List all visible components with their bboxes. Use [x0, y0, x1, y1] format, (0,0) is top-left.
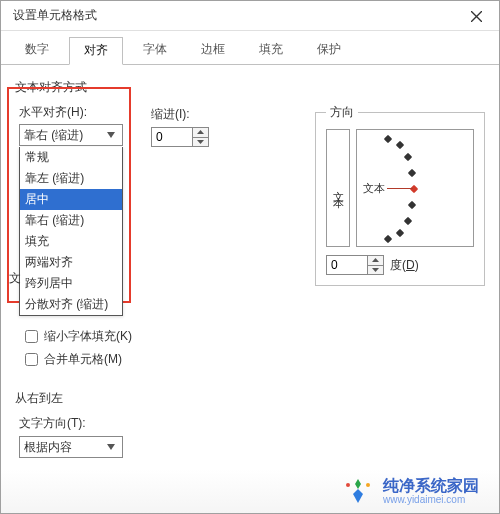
orientation-tick — [396, 229, 404, 237]
indent-spin-up[interactable] — [193, 128, 208, 138]
tab-font[interactable]: 字体 — [129, 37, 181, 64]
orientation-tick — [404, 217, 412, 225]
orientation-tick — [408, 169, 416, 177]
orientation-legend: 方向 — [326, 104, 358, 121]
orientation-tick — [384, 135, 392, 143]
orientation-vertical-button[interactable]: 文本 — [326, 129, 350, 247]
svg-marker-4 — [197, 140, 204, 144]
horizontal-align-option-center[interactable]: 居中 — [20, 189, 122, 210]
orientation-handle[interactable] — [410, 185, 418, 193]
orientation-center-label: 文本 — [363, 181, 385, 196]
orientation-pointer — [387, 188, 413, 189]
tabstrip: 数字 对齐 字体 边框 填充 保护 — [1, 31, 499, 65]
orientation-group: 方向 文本 文本 — [315, 104, 485, 286]
horizontal-align-combo-value: 靠右 (缩进) — [24, 127, 83, 144]
watermark-url: www.yidaimei.com — [383, 494, 479, 505]
degrees-label: 度(D) — [390, 257, 419, 274]
svg-point-9 — [346, 483, 350, 487]
tab-protect[interactable]: 保护 — [303, 37, 355, 64]
merge-cells-checkbox[interactable] — [25, 353, 38, 366]
tab-number[interactable]: 数字 — [11, 37, 63, 64]
watermark-logo-icon — [343, 476, 373, 506]
indent-spin-down[interactable] — [193, 138, 208, 147]
watermark-title: 纯净系统家园 — [383, 477, 479, 495]
horizontal-align-option-general[interactable]: 常规 — [20, 147, 122, 168]
orientation-tick — [408, 201, 416, 209]
alignment-left-column: 水平对齐(H): 靠右 (缩进) 缩进(I): — [15, 104, 299, 458]
orientation-tick — [404, 153, 412, 161]
rtl-group-label: 从右到左 — [15, 390, 299, 407]
horizontal-align-option-left[interactable]: 靠左 (缩进) — [20, 168, 122, 189]
shrink-to-fit-checkbox[interactable] — [25, 330, 38, 343]
svg-marker-3 — [197, 130, 204, 134]
tab-alignment[interactable]: 对齐 — [69, 37, 123, 65]
titlebar: 设置单元格格式 — [1, 1, 499, 31]
horizontal-align-option-right[interactable]: 靠右 (缩进) — [20, 210, 122, 231]
close-icon — [471, 11, 482, 22]
svg-marker-5 — [107, 444, 115, 450]
horizontal-align-combo[interactable]: 靠右 (缩进) — [19, 124, 123, 146]
orientation-vertical-text: 文本 — [331, 182, 346, 194]
svg-marker-2 — [107, 132, 115, 138]
horizontal-align-option-justify[interactable]: 两端对齐 — [20, 252, 122, 273]
text-direction-value: 根据内容 — [24, 439, 72, 456]
close-button[interactable] — [453, 1, 499, 31]
horizontal-align-option-distributed[interactable]: 分散对齐 (缩进) — [20, 294, 122, 315]
indent-spinner[interactable] — [151, 127, 209, 147]
svg-point-8 — [366, 483, 370, 487]
watermark: 纯净系统家园 www.yidaimei.com — [1, 469, 499, 513]
indent-input[interactable] — [152, 128, 192, 146]
chevron-down-icon — [104, 132, 118, 138]
merge-cells-label: 合并单元格(M) — [44, 351, 122, 368]
vertical-align-label-fragment: 文 — [9, 270, 21, 287]
indent-label: 缩进(I): — [151, 106, 209, 123]
orientation-dial[interactable]: 文本 — [356, 129, 474, 247]
text-direction-combo[interactable]: 根据内容 — [19, 436, 123, 458]
chevron-down-icon — [104, 444, 118, 450]
shrink-to-fit-label: 缩小字体填充(K) — [44, 328, 132, 345]
text-alignment-group-label: 文本对齐方式 — [15, 79, 485, 96]
tab-fill[interactable]: 填充 — [245, 37, 297, 64]
content-area: 文本对齐方式 水平对齐(H): 靠右 (缩进) 缩进(I): — [1, 65, 499, 468]
degrees-spin-up[interactable] — [368, 256, 383, 266]
svg-marker-7 — [372, 268, 379, 272]
svg-marker-6 — [372, 258, 379, 262]
orientation-tick — [384, 235, 392, 243]
text-direction-label: 文字方向(T): — [19, 415, 299, 432]
orientation-tick — [396, 141, 404, 149]
horizontal-align-dropdown[interactable]: 常规 靠左 (缩进) 居中 靠右 (缩进) 填充 两端对齐 跨列居中 分散对齐 … — [19, 147, 123, 316]
degrees-spin-down[interactable] — [368, 266, 383, 275]
degrees-input[interactable] — [327, 256, 367, 274]
horizontal-align-option-center-across[interactable]: 跨列居中 — [20, 273, 122, 294]
tab-border[interactable]: 边框 — [187, 37, 239, 64]
horizontal-align-option-fill[interactable]: 填充 — [20, 231, 122, 252]
window-title: 设置单元格格式 — [13, 7, 97, 24]
degrees-spinner[interactable] — [326, 255, 384, 275]
